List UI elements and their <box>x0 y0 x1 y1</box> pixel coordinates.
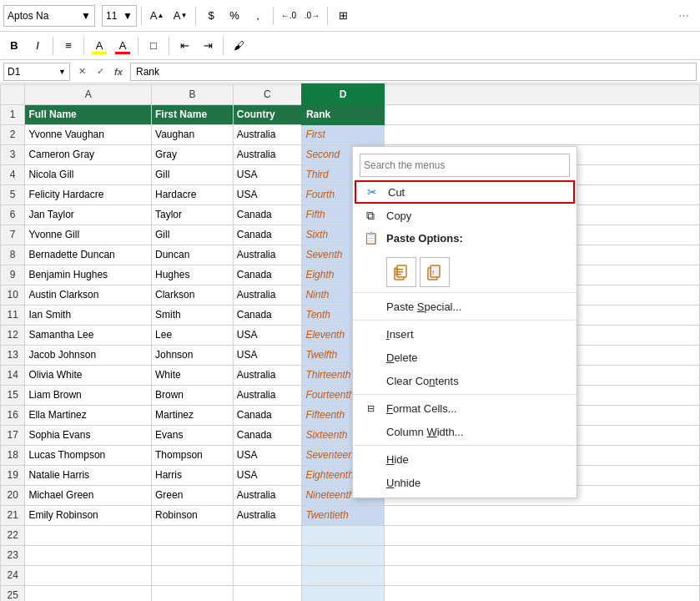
context-menu-search[interactable] <box>360 154 570 177</box>
cell-b[interactable]: Gill <box>152 225 234 245</box>
cell-a[interactable]: Ian Smith <box>25 305 152 325</box>
context-menu-delete[interactable]: Delete <box>353 346 577 369</box>
cell-b[interactable]: Robinson <box>152 505 234 525</box>
insert-function-icon[interactable]: fx <box>110 63 127 80</box>
cell-b[interactable]: Thompson <box>152 445 234 465</box>
cell-a[interactable]: Lucas Thompson <box>25 445 152 465</box>
cell-b[interactable]: Gray <box>152 144 234 164</box>
cell-b[interactable] <box>152 525 234 545</box>
cell-a[interactable] <box>25 525 152 545</box>
paste-btn-1[interactable] <box>386 257 416 287</box>
cell-c[interactable]: Canada <box>233 265 302 285</box>
cell-b[interactable] <box>152 585 234 601</box>
context-menu-unhide[interactable]: Unhide <box>353 471 577 494</box>
cell-a[interactable]: Liam Brown <box>25 385 152 405</box>
cell-b[interactable]: Green <box>152 485 234 505</box>
cell-b[interactable]: Martinez <box>152 405 234 425</box>
cell-c[interactable]: Canada <box>233 405 302 425</box>
cell-c[interactable]: USA <box>233 345 302 365</box>
cell-a[interactable]: Natalie Harris <box>25 465 152 485</box>
indent-inc-button[interactable]: ⇥ <box>197 35 219 57</box>
font-name-dropdown[interactable]: Aptos Na ▼ <box>3 5 95 27</box>
context-menu-column-width[interactable]: Column Width... <box>353 420 577 443</box>
grow-font-button[interactable]: A▲ <box>146 5 168 27</box>
comma-button[interactable]: , <box>247 5 269 27</box>
cell-b[interactable]: Hughes <box>152 265 234 285</box>
cell-a[interactable]: Samantha Lee <box>25 325 152 345</box>
cell-b[interactable] <box>152 545 234 565</box>
percent-button[interactable]: % <box>224 5 245 27</box>
cell-a[interactable]: Jacob Johnson <box>25 345 152 365</box>
cell-d[interactable]: Rank <box>302 104 384 124</box>
cell-c[interactable]: Australia <box>233 245 302 265</box>
cell-a[interactable]: Emily Robinson <box>25 505 152 525</box>
cell-a[interactable]: Nicola Gill <box>25 164 152 184</box>
cell-a[interactable]: Felicity Hardacre <box>25 184 152 205</box>
col-header-b[interactable]: B <box>152 84 234 104</box>
align-button[interactable]: ≡ <box>58 35 79 57</box>
confirm-formula-icon[interactable]: ✓ <box>92 63 108 80</box>
cell-b[interactable]: Harris <box>152 465 234 485</box>
cancel-formula-icon[interactable]: ✕ <box>73 63 90 80</box>
cell-c[interactable]: USA <box>233 184 302 205</box>
font-size-dropdown[interactable]: 11 ▼ <box>102 5 137 27</box>
cell-c[interactable]: Australia <box>233 285 302 305</box>
cell-b[interactable]: Hardacre <box>152 184 234 205</box>
cell-c[interactable]: Canada <box>233 305 302 325</box>
cell-a[interactable]: Yvonne Gill <box>25 225 152 245</box>
col-header-c[interactable]: C <box>233 84 302 104</box>
context-menu-copy[interactable]: ⧉ Copy <box>353 204 577 227</box>
cell-c[interactable]: Canada <box>233 225 302 245</box>
cell-a[interactable] <box>25 545 152 565</box>
cell-a[interactable]: Full Name <box>25 104 152 124</box>
cell-b[interactable]: Johnson <box>152 345 234 365</box>
fill-color-button[interactable]: A <box>88 35 110 57</box>
cell-c[interactable] <box>233 525 302 545</box>
cell-a[interactable]: Bernadette Duncan <box>25 245 152 265</box>
cell-b[interactable]: Smith <box>152 305 234 325</box>
cell-c[interactable] <box>233 585 302 601</box>
cell-b[interactable]: Lee <box>152 325 234 345</box>
cell-c[interactable]: Australia <box>233 505 302 525</box>
cell-a[interactable] <box>25 585 152 601</box>
cell-c[interactable]: USA <box>233 164 302 184</box>
formula-input[interactable] <box>130 63 697 81</box>
context-menu-paste-special[interactable]: Paste Special... <box>353 295 577 318</box>
cell-b[interactable]: Evans <box>152 425 234 445</box>
cell-b[interactable]: First Name <box>152 104 234 124</box>
cell-b[interactable]: Clarkson <box>152 285 234 305</box>
shrink-font-button[interactable]: A▼ <box>169 5 191 27</box>
cell-b[interactable]: Taylor <box>152 205 234 225</box>
cell-b[interactable]: Gill <box>152 164 234 184</box>
cell-reference-box[interactable]: D1 ▼ <box>3 63 70 81</box>
currency-button[interactable]: $ <box>200 5 222 27</box>
border-button[interactable]: □ <box>143 35 164 57</box>
bold-button[interactable]: B <box>3 35 25 57</box>
cell-b[interactable]: Vaughan <box>152 124 234 144</box>
cell-b[interactable]: White <box>152 365 234 385</box>
cell-c[interactable]: Australia <box>233 385 302 405</box>
cell-a[interactable]: Austin Clarkson <box>25 285 152 305</box>
cell-a[interactable] <box>25 565 152 585</box>
cell-c[interactable]: Australia <box>233 144 302 164</box>
cell-d[interactable] <box>302 585 384 601</box>
cell-b[interactable]: Brown <box>152 385 234 405</box>
cell-c[interactable]: Canada <box>233 205 302 225</box>
cell-d[interactable] <box>302 525 384 545</box>
cell-a[interactable]: Jan Taylor <box>25 205 152 225</box>
cell-b[interactable] <box>152 565 234 585</box>
more-options-button[interactable]: ⋯ <box>670 5 697 27</box>
cell-d[interactable] <box>302 545 384 565</box>
indent-dec-button[interactable]: ⇤ <box>174 35 195 57</box>
cell-c[interactable]: USA <box>233 325 302 345</box>
cell-a[interactable]: Sophia Evans <box>25 425 152 445</box>
col-header-d[interactable]: D <box>302 84 384 104</box>
cell-c[interactable] <box>233 545 302 565</box>
cell-d[interactable]: Twentieth <box>302 505 384 525</box>
cell-a[interactable]: Michael Green <box>25 485 152 505</box>
cell-b[interactable]: Duncan <box>152 245 234 265</box>
col-header-a[interactable]: A <box>25 84 152 104</box>
cell-a[interactable]: Olivia White <box>25 365 152 385</box>
font-color-button[interactable]: A <box>112 35 133 57</box>
context-menu-insert[interactable]: Insert <box>353 322 577 346</box>
